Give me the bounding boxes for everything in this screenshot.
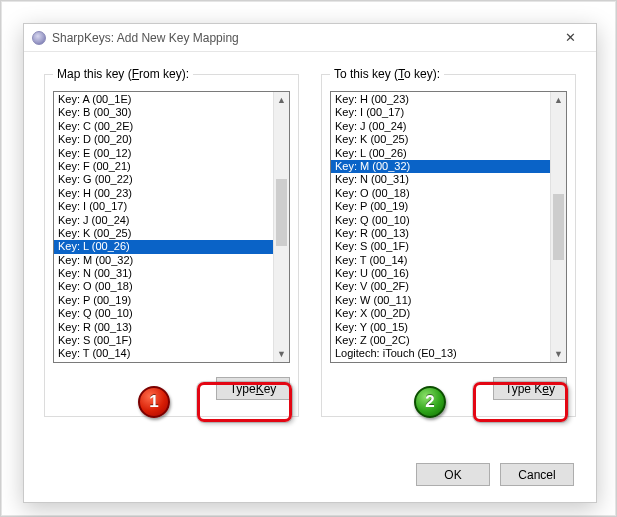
ok-button[interactable]: OK: [416, 463, 490, 486]
list-item[interactable]: Key: Z (00_2C): [331, 334, 550, 347]
list-item[interactable]: Key: O (00_18): [331, 187, 550, 200]
list-item[interactable]: Key: M (00_32): [331, 160, 550, 173]
list-item[interactable]: Key: T (00_14): [331, 254, 550, 267]
list-item[interactable]: Key: K (00_25): [331, 133, 550, 146]
dialog-window: SharpKeys: Add New Key Mapping ✕ Map thi…: [23, 23, 597, 503]
list-item[interactable]: Key: U (00_16): [54, 361, 273, 362]
list-item[interactable]: Key: F (00_21): [54, 160, 273, 173]
scroll-up-icon[interactable]: ▲: [274, 92, 289, 108]
scroll-down-icon[interactable]: ▼: [274, 346, 289, 362]
app-icon: [32, 31, 46, 45]
list-item[interactable]: Key: A (00_1E): [54, 93, 273, 106]
list-item[interactable]: Key: J (00_24): [331, 120, 550, 133]
list-item[interactable]: Key: O (00_18): [54, 280, 273, 293]
list-item[interactable]: Key: C (00_2E): [54, 120, 273, 133]
list-item[interactable]: Key: S (00_1F): [54, 334, 273, 347]
type-key-from-button[interactable]: Type Key: [216, 377, 290, 400]
list-item[interactable]: Key: W (00_11): [331, 294, 550, 307]
list-item[interactable]: Key: S (00_1F): [331, 240, 550, 253]
window-title: SharpKeys: Add New Key Mapping: [52, 31, 550, 45]
list-item[interactable]: Key: G (00_22): [54, 173, 273, 186]
list-item[interactable]: Key: Y (00_15): [331, 321, 550, 334]
titlebar[interactable]: SharpKeys: Add New Key Mapping ✕: [24, 24, 596, 52]
scrollbar[interactable]: ▲ ▼: [550, 92, 566, 362]
scrollbar[interactable]: ▲ ▼: [273, 92, 289, 362]
list-item[interactable]: Key: N (00_31): [54, 267, 273, 280]
list-item[interactable]: Key: Q (00_10): [331, 214, 550, 227]
screenshot-frame: SharpKeys: Add New Key Mapping ✕ Map thi…: [0, 0, 617, 517]
to-key-label: To this key (To key):: [330, 67, 444, 81]
scroll-down-icon[interactable]: ▼: [551, 346, 566, 362]
list-item[interactable]: Key: U (00_16): [331, 267, 550, 280]
from-key-listbox[interactable]: Key: A (00_1E)Key: B (00_30)Key: C (00_2…: [53, 91, 290, 363]
scroll-up-icon[interactable]: ▲: [551, 92, 566, 108]
list-item[interactable]: Key: K (00_25): [54, 227, 273, 240]
list-item[interactable]: Key: B (00_30): [54, 106, 273, 119]
list-item[interactable]: Key: L (00_26): [54, 240, 273, 253]
client-area: Map this key (From key): Key: A (00_1E)K…: [24, 52, 596, 502]
list-item[interactable]: Logitech: Shopping (E0_14): [331, 361, 550, 362]
list-item[interactable]: Key: D (00_20): [54, 133, 273, 146]
list-item[interactable]: Key: R (00_13): [54, 321, 273, 334]
list-item[interactable]: Key: T (00_14): [54, 347, 273, 360]
to-key-group: To this key (To key): Key: H (00_23)Key:…: [321, 74, 576, 417]
type-key-to-button[interactable]: Type Key: [493, 377, 567, 400]
list-item[interactable]: Key: P (00_19): [54, 294, 273, 307]
cancel-button[interactable]: Cancel: [500, 463, 574, 486]
list-item[interactable]: Key: H (00_23): [331, 93, 550, 106]
list-item[interactable]: Key: Q (00_10): [54, 307, 273, 320]
list-item[interactable]: Key: M (00_32): [54, 254, 273, 267]
from-key-group: Map this key (From key): Key: A (00_1E)K…: [44, 74, 299, 417]
list-item[interactable]: Key: R (00_13): [331, 227, 550, 240]
dialog-button-row: OK Cancel: [416, 463, 574, 486]
list-item[interactable]: Key: H (00_23): [54, 187, 273, 200]
list-item[interactable]: Key: J (00_24): [54, 214, 273, 227]
list-item[interactable]: Key: I (00_17): [331, 106, 550, 119]
list-item[interactable]: Key: N (00_31): [331, 173, 550, 186]
scroll-thumb[interactable]: [553, 194, 564, 261]
list-item[interactable]: Key: E (00_12): [54, 147, 273, 160]
list-item[interactable]: Key: P (00_19): [331, 200, 550, 213]
list-item[interactable]: Key: X (00_2D): [331, 307, 550, 320]
close-icon[interactable]: ✕: [550, 26, 590, 50]
scroll-thumb[interactable]: [276, 179, 287, 246]
list-item[interactable]: Key: V (00_2F): [331, 280, 550, 293]
list-item[interactable]: Key: I (00_17): [54, 200, 273, 213]
from-key-label: Map this key (From key):: [53, 67, 193, 81]
list-item[interactable]: Key: L (00_26): [331, 147, 550, 160]
to-key-listbox[interactable]: Key: H (00_23)Key: I (00_17)Key: J (00_2…: [330, 91, 567, 363]
list-item[interactable]: Logitech: iTouch (E0_13): [331, 347, 550, 360]
